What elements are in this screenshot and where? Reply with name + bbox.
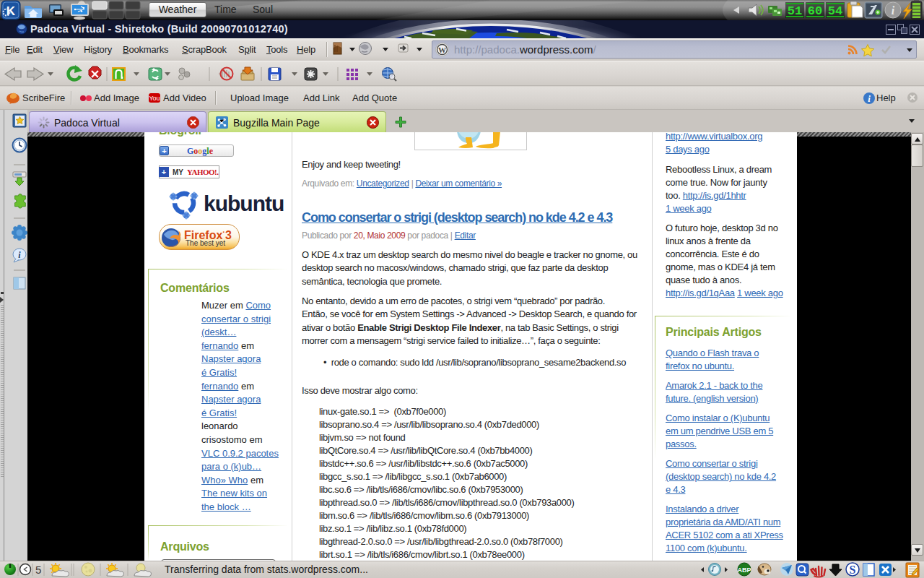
svg-text:W: W — [438, 46, 446, 54]
svg-text:You: You — [149, 95, 160, 102]
svg-text:ABP: ABP — [737, 566, 751, 574]
svg-text:i: i — [892, 4, 895, 17]
svg-text:5: 5 — [35, 564, 41, 576]
svg-text:kubuntu: kubuntu — [204, 191, 284, 215]
svg-text:Transferring data from stats.w: Transferring data from stats.wordpress.c… — [165, 564, 368, 575]
svg-text:51: 51 — [788, 4, 802, 18]
svg-text:S: S — [850, 564, 856, 576]
svg-text:60: 60 — [808, 4, 822, 18]
svg-text:i: i — [868, 93, 871, 104]
svg-text:54: 54 — [828, 4, 842, 18]
